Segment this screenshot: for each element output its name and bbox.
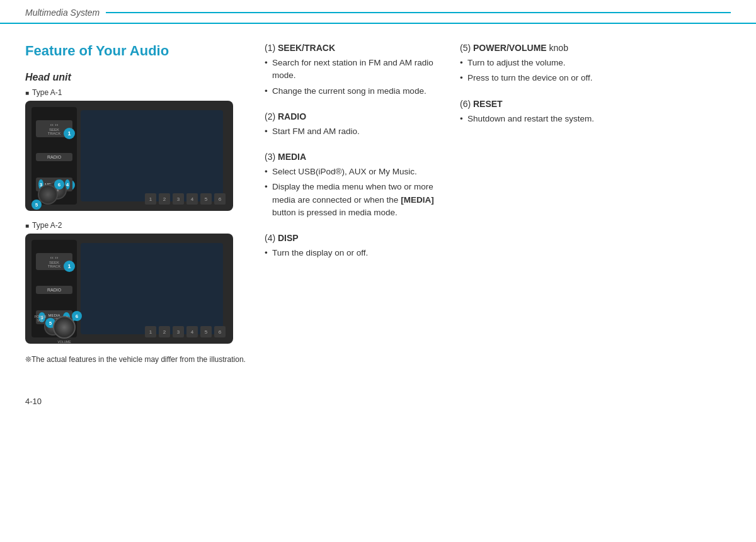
- feature-1-num: (1): [265, 43, 278, 53]
- feature-5-heading: (5) POWER/VOLUME knob: [460, 43, 731, 53]
- type-a1-label: Type A-1: [25, 88, 252, 97]
- type-a2-label: Type A-2: [25, 221, 252, 230]
- left-column: Feature of Your Audio Head unit Type A-1…: [25, 43, 252, 365]
- radio-label-a2: RADIO: [47, 288, 61, 292]
- number-buttons-a2: 1 2 3 4 5 6: [145, 326, 226, 337]
- feature-1-item-1: Search for next station in FM and AM rad…: [265, 57, 447, 82]
- feature-4-heading: (4) DISP: [265, 233, 447, 243]
- badge-1-a2: 1: [64, 261, 75, 272]
- feature-5-label: POWER/VOLUME: [473, 43, 547, 53]
- unit-screen-a2: [81, 243, 223, 334]
- feature-6-heading: (6) RESET: [460, 99, 731, 109]
- feature-6-item-1: Shutdown and restart the system.: [460, 113, 731, 125]
- feature-5-item-2: Press to turn the device on or off.: [460, 72, 731, 84]
- page-footer: 4-10: [0, 384, 756, 419]
- feature-6-list: Shutdown and restart the system.: [460, 113, 731, 125]
- power-label-a2: POWERVOL: [35, 315, 47, 322]
- feature-3-list: Select USB(iPod®), AUX or My Music. Disp…: [265, 166, 447, 219]
- num-4-a2[interactable]: 4: [186, 326, 198, 337]
- feature-disp: (4) DISP Turn the display on or off.: [265, 233, 447, 259]
- feature-2-heading: (2) RADIO: [265, 111, 447, 121]
- num-3-a1[interactable]: 3: [173, 193, 184, 205]
- feature-5-suffix: knob: [547, 43, 568, 53]
- subsection-title: Head unit: [25, 72, 252, 83]
- feature-6-num: (6): [460, 99, 473, 109]
- feature-5-list: Turn to adjust the volume. Press to turn…: [460, 57, 731, 85]
- feature-4-num: (4): [265, 233, 278, 243]
- feature-power-volume: (5) POWER/VOLUME knob Turn to adjust the…: [460, 43, 731, 85]
- feature-3-heading: (3) MEDIA: [265, 152, 447, 162]
- middle-column: (1) SEEK/TRACK Search for next station i…: [265, 43, 447, 365]
- volume-label-a2: VOLUME: [53, 340, 76, 344]
- feature-seek-track: (1) SEEK/TRACK Search for next station i…: [265, 43, 447, 98]
- num-2-a1[interactable]: 2: [159, 193, 170, 205]
- radio-button-a2[interactable]: RADIO 2: [36, 286, 72, 294]
- num-2-a2[interactable]: 2: [159, 326, 170, 337]
- right-column: (5) POWER/VOLUME knob Turn to adjust the…: [460, 43, 731, 365]
- feature-5-num: (5): [460, 43, 473, 53]
- seek-track-button-a1[interactable]: ‹‹ ›› SEEKTRACK 1: [36, 120, 72, 137]
- num-5-a2[interactable]: 5: [200, 326, 212, 337]
- audio-unit-a2: ‹‹ ›› SEEKTRACK 1 RADIO 2 3 MEDIA DISP 4: [25, 234, 233, 344]
- feature-3-item-2: Display the media menu when two or more …: [265, 181, 447, 219]
- num-1-a2[interactable]: 1: [145, 326, 156, 337]
- num-6-a2[interactable]: 6: [214, 326, 226, 337]
- feature-4-list: Turn the display on or off.: [265, 247, 447, 259]
- page-header: Multimedia System: [0, 0, 756, 24]
- radio-label-a1: RADIO: [47, 155, 61, 159]
- seek-label-a2: SEEKTRACK: [48, 261, 60, 268]
- header-title: Multimedia System: [25, 8, 100, 18]
- seek-arrows-a1: ‹‹ ››: [50, 122, 59, 128]
- badge-6-a1: 6: [54, 179, 64, 189]
- page-number: 4-10: [25, 397, 42, 406]
- feature-3-num: (3): [265, 152, 278, 162]
- feature-4-label: DISP: [278, 233, 299, 243]
- feature-6-label: RESET: [473, 99, 503, 109]
- num-5-a1[interactable]: 5: [200, 193, 212, 205]
- radio-button-a1[interactable]: RADIO 2: [36, 153, 72, 161]
- num-3-a2[interactable]: 3: [173, 326, 184, 337]
- num-6-a1[interactable]: 6: [214, 193, 226, 205]
- volume-area-a2: 6 VOLUME: [53, 316, 76, 344]
- feature-1-label: SEEK/TRACK: [278, 43, 335, 53]
- num-4-a1[interactable]: 4: [186, 193, 198, 205]
- feature-4-item-1: Turn the display on or off.: [265, 247, 447, 259]
- feature-media: (3) MEDIA Select USB(iPod®), AUX or My M…: [265, 152, 447, 219]
- footnote: ❊The actual features in the vehicle may …: [25, 354, 252, 365]
- feature-2-num: (2): [265, 111, 278, 121]
- feature-2-item-1: Start FM and AM radio.: [265, 125, 447, 138]
- seek-track-button-a2[interactable]: ‹‹ ›› SEEKTRACK 1: [36, 253, 72, 270]
- feature-1-list: Search for next station in FM and AM rad…: [265, 57, 447, 98]
- audio-unit-a1: ‹‹ ›› SEEKTRACK 1 RADIO 2 3 MEDIA ❮ 4: [25, 101, 233, 211]
- knobs-a1: 5 6: [35, 184, 58, 205]
- feature-5-item-1: Turn to adjust the volume.: [460, 57, 731, 69]
- header-divider: [106, 12, 731, 13]
- feature-1-item-2: Change the current song in media mode.: [265, 85, 447, 98]
- volume-knob-a2[interactable]: [53, 316, 76, 339]
- content-area: Feature of Your Audio Head unit Type A-1…: [0, 24, 756, 384]
- num-1-a1[interactable]: 1: [145, 193, 156, 205]
- feature-3-label: MEDIA: [278, 152, 306, 162]
- feature-reset: (6) RESET Shutdown and restart the syste…: [460, 99, 731, 125]
- seek-arrows-a2: ‹‹ ››: [50, 255, 59, 261]
- feature-3-item-1: Select USB(iPod®), AUX or My Music.: [265, 166, 447, 178]
- power-area-a2: POWERVOL 5: [32, 315, 49, 341]
- feature-radio: (2) RADIO Start FM and AM radio.: [265, 111, 447, 138]
- feature-2-list: Start FM and AM radio.: [265, 125, 447, 138]
- section-title: Feature of Your Audio: [25, 43, 252, 59]
- badge-6-a2: 6: [72, 311, 82, 321]
- seek-label-a1: SEEKTRACK: [48, 128, 60, 135]
- feature-2-label: RADIO: [278, 111, 306, 121]
- media-keyword: [MEDIA]: [401, 195, 434, 205]
- badge-1-a1: 1: [64, 128, 75, 139]
- unit-screen-a1: [81, 110, 223, 201]
- feature-1-heading: (1) SEEK/TRACK: [265, 43, 447, 53]
- number-buttons-a1: 1 2 3 4 5 6: [145, 193, 226, 205]
